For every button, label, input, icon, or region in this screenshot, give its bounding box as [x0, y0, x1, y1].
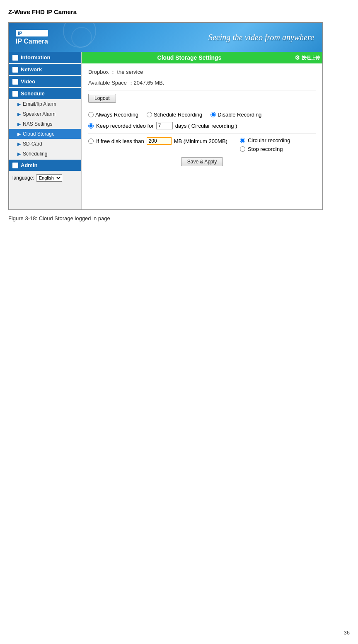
network-icon [12, 67, 18, 73]
sidebar-item-email-ftp-alarm[interactable]: ▶ Email/ftp Alarm [9, 99, 81, 109]
sidebar-label-email-ftp: Email/ftp Alarm [23, 101, 56, 107]
disk-recording-options: Circular recording Stop recording [240, 137, 290, 152]
always-recording-label[interactable]: Always Recording [88, 112, 138, 118]
disable-recording-text: Disable Recording [218, 112, 261, 118]
logout-row: Logout [88, 94, 316, 103]
keep-label-before: Keep recorded video for [96, 123, 154, 129]
always-recording-radio[interactable] [88, 112, 94, 117]
sidebar-item-scheduling[interactable]: ▶ Scheduling [9, 149, 81, 159]
circular-recording-text: Circular recording [248, 137, 290, 143]
deco-circle-2 [71, 27, 92, 48]
sidebar-label-speaker: Speaker Alarm [23, 111, 56, 117]
free-disk-row: If free disk less than MB (Minimum 200MB… [88, 137, 227, 145]
page-number: 36 [344, 629, 350, 636]
language-selector: language: English [9, 171, 81, 185]
schedule-recording-radio[interactable] [147, 112, 152, 117]
keep-recorded-radio[interactable] [88, 123, 94, 129]
dropbox-label: Dropbox ： [88, 69, 116, 75]
stop-recording-label[interactable]: Stop recording [240, 146, 290, 152]
sidebar-item-schedule[interactable]: Schedule [9, 88, 81, 99]
sidebar-label-admin: Admin [21, 162, 37, 168]
arrow-icon-5: ▶ [17, 141, 21, 147]
sidebar-label-video: Video [21, 78, 35, 85]
sidebar-label-scheduling: Scheduling [23, 151, 47, 157]
schedule-recording-text: Schedule Recording [154, 112, 202, 118]
keep-recorded-row: Keep recorded video for days ( Circular … [88, 122, 316, 129]
sidebar-item-cloud-storage[interactable]: ▶ Cloud Storage [9, 129, 81, 139]
schedule-recording-label[interactable]: Schedule Recording [147, 112, 202, 118]
recording-options-row: Always Recording Schedule Recording Disa… [88, 112, 316, 118]
camera-body: Information Network Video Schedule ▶ Ema… [9, 52, 322, 209]
sidebar-item-sd-card[interactable]: ▶ SD-Card [9, 139, 81, 149]
information-icon [12, 55, 18, 61]
logout-button[interactable]: Logout [88, 94, 116, 103]
available-space-text: Available Space ：2047.65 MB. [88, 80, 164, 86]
sidebar: Information Network Video Schedule ▶ Ema… [9, 52, 82, 209]
schedule-icon [12, 91, 18, 97]
arrow-icon-4: ▶ [17, 131, 21, 137]
sidebar-item-network[interactable]: Network [9, 64, 81, 75]
admin-icon [12, 163, 18, 168]
two-column-row: If free disk less than MB (Minimum 200MB… [88, 137, 316, 152]
circular-recording-radio[interactable] [240, 138, 245, 143]
page-title: Z-Wave FHD IP Camera [8, 8, 350, 15]
sidebar-item-nas-settings[interactable]: ▶ NAS Settings [9, 119, 81, 129]
sidebar-item-speaker-alarm[interactable]: ▶ Speaker Alarm [9, 109, 81, 119]
arrow-icon-2: ▶ [17, 112, 21, 117]
language-label: language: [12, 175, 34, 181]
circular-recording-label[interactable]: Circular recording [240, 137, 290, 143]
language-select[interactable]: English [36, 174, 62, 182]
figure-caption: Figure 3-18: Cloud Storage logged in pag… [8, 215, 350, 221]
logo-text: IP Camera [16, 38, 48, 45]
logo-box: IP [16, 30, 48, 36]
sidebar-label-network: Network [21, 66, 42, 73]
camera-logo: IP IP Camera [16, 30, 48, 45]
header-slogan: Seeing the video from anywhere [208, 33, 314, 42]
stop-recording-text: Stop recording [248, 146, 283, 152]
sidebar-label-nas: NAS Settings [23, 121, 52, 127]
free-disk-input[interactable] [147, 137, 172, 145]
free-disk-radio[interactable] [88, 139, 94, 144]
free-disk-label: If free disk less than [96, 138, 144, 144]
sidebar-item-information[interactable]: Information [9, 52, 81, 63]
main-content: Cloud Storage Settings ⚙ 按钮上传 Dropbox ： … [82, 52, 322, 209]
content-header: Cloud Storage Settings ⚙ 按钮上传 [82, 52, 322, 63]
camera-ui-container: IP IP Camera Seeing the video from anywh… [8, 22, 323, 210]
available-space-row: Available Space ：2047.65 MB. [88, 79, 316, 87]
free-disk-unit: MB (Minimum 200MB) [174, 138, 227, 144]
content-area: Dropbox ： the service Available Space ：2… [82, 63, 322, 171]
sidebar-item-admin[interactable]: Admin [9, 160, 81, 171]
disable-recording-radio[interactable] [210, 112, 216, 117]
sidebar-item-video[interactable]: Video [9, 76, 81, 87]
stop-recording-radio[interactable] [240, 146, 245, 152]
arrow-icon-3: ▶ [17, 122, 21, 127]
keep-days-input[interactable] [156, 122, 173, 129]
keep-label-after: days ( Circular recording ) [175, 123, 237, 129]
disable-recording-label[interactable]: Disable Recording [210, 112, 261, 118]
header-right: ⚙ 按钮上传 [295, 54, 320, 61]
content-header-title: Cloud Storage Settings [84, 54, 295, 61]
divider-1 [88, 90, 316, 90]
video-icon [12, 79, 18, 85]
dropbox-row: Dropbox ： the service [88, 68, 316, 76]
arrow-icon: ▶ [17, 102, 21, 107]
sidebar-label-schedule: Schedule [21, 90, 45, 97]
sidebar-label-sd: SD-Card [23, 141, 42, 147]
arrow-icon-6: ▶ [17, 151, 21, 157]
sidebar-label-cloud: Cloud Storage [23, 131, 55, 137]
divider-3 [88, 134, 316, 134]
sidebar-label-information: Information [21, 54, 51, 61]
always-recording-text: Always Recording [95, 112, 138, 118]
save-row: Save & Apply [88, 157, 316, 166]
dropbox-value: the service [117, 69, 143, 75]
divider-2 [88, 108, 316, 108]
header-right-text: 按钮上传 [302, 55, 320, 61]
gear-icon: ⚙ [295, 54, 300, 61]
camera-header: IP IP Camera Seeing the video from anywh… [9, 23, 322, 52]
save-apply-button[interactable]: Save & Apply [181, 157, 223, 166]
